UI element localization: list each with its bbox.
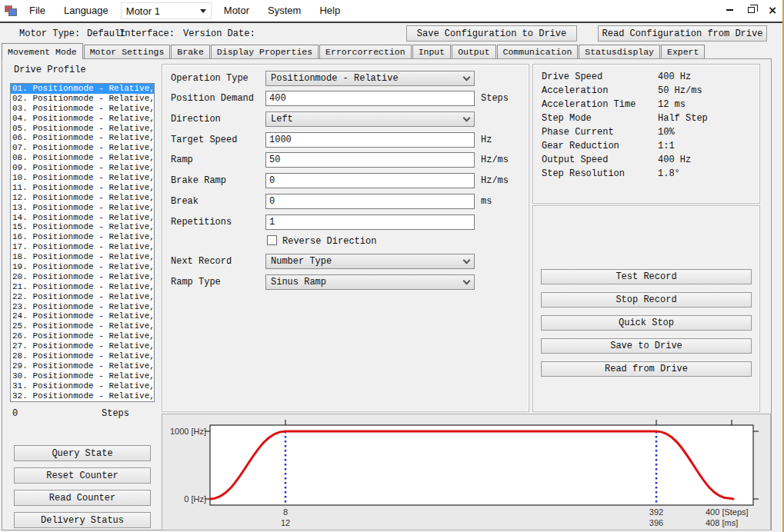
- list-item[interactable]: 11. Positionmode - Relative, 4: [11, 183, 154, 193]
- position-demand-label: Position Demand: [171, 93, 254, 104]
- list-item[interactable]: 29. Positionmode - Relative, 4: [11, 361, 154, 371]
- list-item[interactable]: 12. Positionmode - Relative, 4: [11, 193, 154, 203]
- reset-counter-button[interactable]: Reset Counter: [14, 467, 151, 484]
- phase-current-value: 10%: [658, 127, 675, 138]
- list-item[interactable]: 20. Positionmode - Relative, 4: [11, 272, 154, 282]
- delivery-status-button[interactable]: Delivery Status: [14, 512, 151, 528]
- tab-brake[interactable]: Brake: [171, 45, 210, 59]
- list-item[interactable]: 10. Positionmode - Relative, 4: [11, 173, 154, 183]
- acceleration-time-label: Acceleration Time: [542, 99, 636, 110]
- next-record-label: Next Record: [171, 256, 232, 267]
- tab-communication[interactable]: Communication: [497, 45, 579, 59]
- list-item[interactable]: 32. Positionmode - Relative, 4: [11, 391, 154, 401]
- tab-display-properties[interactable]: Display Properties: [211, 45, 319, 59]
- list-item[interactable]: 08. Positionmode - Relative, 4: [11, 153, 154, 163]
- chevron-down-icon: [200, 9, 206, 13]
- y-axis-min-label: 0 [Hz]: [162, 494, 206, 504]
- save-configuration-button[interactable]: Save Configuration to Drive: [406, 25, 577, 42]
- minimize-button[interactable]: [722, 3, 736, 17]
- drive-profile-list[interactable]: 01. Positionmode - Relative, 402. Positi…: [10, 83, 155, 402]
- list-item[interactable]: 28. Positionmode - Relative, 4: [11, 351, 154, 361]
- list-item[interactable]: 21. Positionmode - Relative, 4: [11, 282, 154, 292]
- list-item[interactable]: 27. Positionmode - Relative, 4: [11, 341, 154, 351]
- tab-errorcorrection[interactable]: Errorcorrection: [319, 45, 412, 59]
- gear-reduction-value: 1:1: [658, 141, 675, 151]
- repetitions-label: Repetitions: [171, 217, 232, 228]
- list-item[interactable]: 24. Positionmode - Relative, 4: [11, 311, 154, 321]
- brake-ramp-unit: Hz/ms: [481, 175, 509, 186]
- list-item[interactable]: 15. Positionmode - Relative, 4: [11, 222, 154, 232]
- menu-motor[interactable]: Motor: [215, 0, 259, 22]
- step-mode-value: Half Step: [658, 113, 708, 124]
- stop-record-button[interactable]: Stop Record: [541, 292, 752, 308]
- list-item[interactable]: 03. Positionmode - Relative, 4: [11, 104, 154, 114]
- direction-select[interactable]: Left: [265, 111, 475, 127]
- repetitions-input[interactable]: [265, 214, 475, 230]
- tab-motor-settings[interactable]: Motor Settings: [84, 45, 171, 59]
- list-item[interactable]: 09. Positionmode - Relative, 4: [11, 163, 154, 173]
- ramp-input[interactable]: [265, 152, 475, 168]
- list-item[interactable]: 25. Positionmode - Relative, 4: [11, 321, 154, 331]
- read-counter-button[interactable]: Read Counter: [14, 490, 151, 506]
- list-item[interactable]: 31. Positionmode - Relative, 4: [11, 381, 154, 391]
- menu-bar: File Language Motor 1 Motor System Help …: [0, 0, 784, 22]
- chart-canvas: [162, 414, 770, 530]
- query-state-button[interactable]: Query State: [14, 445, 151, 461]
- test-record-button[interactable]: Test Record: [541, 269, 752, 284]
- list-item[interactable]: 05. Positionmode - Relative, 4: [11, 124, 154, 134]
- list-item[interactable]: 18. Positionmode - Relative, 4: [11, 252, 154, 262]
- list-item[interactable]: 07. Positionmode - Relative, 4: [11, 143, 154, 153]
- operation-type-value: Positionmode - Relative: [271, 73, 399, 84]
- brake-ramp-input[interactable]: [265, 173, 475, 188]
- motor-selector-combobox[interactable]: Motor 1: [121, 2, 212, 19]
- output-speed-label: Output Speed: [542, 155, 608, 165]
- tab-movement-mode[interactable]: Movement Mode: [2, 43, 83, 59]
- list-item[interactable]: 02. Positionmode - Relative, 4: [11, 94, 154, 104]
- tab-input[interactable]: Input: [412, 45, 452, 59]
- tab-expert[interactable]: Expert: [661, 45, 705, 59]
- position-counter-unit: Steps: [102, 408, 129, 419]
- menu-help[interactable]: Help: [310, 0, 349, 22]
- motor-type-label: Motor Type:: [19, 28, 80, 39]
- menu-file[interactable]: File: [20, 0, 55, 22]
- version-date-label: Version Date:: [183, 28, 255, 39]
- quick-stop-button[interactable]: Quick Stop: [541, 315, 752, 331]
- menu-system[interactable]: System: [259, 0, 310, 22]
- tab-strip: Movement Mode Motor Settings Brake Displ…: [2, 43, 782, 59]
- list-item[interactable]: 13. Positionmode - Relative, 4: [11, 203, 154, 213]
- restore-button[interactable]: [744, 3, 758, 17]
- restore-icon: [748, 7, 755, 13]
- read-configuration-button[interactable]: Read Configuration from Drive: [598, 25, 767, 42]
- list-item[interactable]: 23. Positionmode - Relative, 4: [11, 302, 154, 312]
- reverse-direction-checkbox[interactable]: [267, 235, 277, 245]
- list-item[interactable]: 01. Positionmode - Relative, 4: [11, 84, 154, 94]
- minimize-icon: [726, 9, 733, 11]
- close-button[interactable]: ×: [766, 3, 779, 17]
- list-item[interactable]: 30. Positionmode - Relative, 4: [11, 371, 154, 381]
- target-speed-input[interactable]: [265, 132, 475, 148]
- tab-output[interactable]: Output: [452, 45, 495, 59]
- list-item[interactable]: 26. Positionmode - Relative, 4: [11, 331, 154, 341]
- break-input[interactable]: [265, 194, 475, 209]
- list-item[interactable]: 06. Positionmode - Relative, 4: [11, 133, 154, 143]
- reverse-direction-label: Reverse Direction: [282, 236, 376, 247]
- ramp-type-select[interactable]: Sinus Ramp: [265, 274, 475, 290]
- save-to-drive-button[interactable]: Save to Drive: [541, 338, 752, 354]
- next-record-select[interactable]: Number Type: [265, 254, 475, 269]
- break-unit: ms: [481, 196, 492, 207]
- gear-reduction-label: Gear Reduction: [542, 141, 619, 151]
- list-item[interactable]: 16. Positionmode - Relative, 4: [11, 232, 154, 242]
- list-item[interactable]: 14. Positionmode - Relative, 4: [11, 213, 154, 223]
- list-item[interactable]: 04. Positionmode - Relative, 4: [11, 114, 154, 124]
- tab-statusdisplay[interactable]: Statusdisplay: [579, 45, 660, 59]
- position-demand-input[interactable]: [265, 91, 475, 106]
- operation-type-select[interactable]: Positionmode - Relative: [265, 71, 475, 86]
- list-item[interactable]: 19. Positionmode - Relative, 4: [11, 262, 154, 272]
- list-item[interactable]: 17. Positionmode - Relative, 4: [11, 242, 154, 252]
- target-speed-label: Target Speed: [171, 135, 237, 145]
- menu-language[interactable]: Language: [55, 0, 118, 22]
- list-item[interactable]: 22. Positionmode - Relative, 4: [11, 292, 154, 302]
- step-resolution-value: 1.8°: [658, 168, 680, 179]
- phase-current-label: Phase Current: [542, 127, 614, 138]
- read-from-drive-button[interactable]: Read from Drive: [541, 361, 752, 377]
